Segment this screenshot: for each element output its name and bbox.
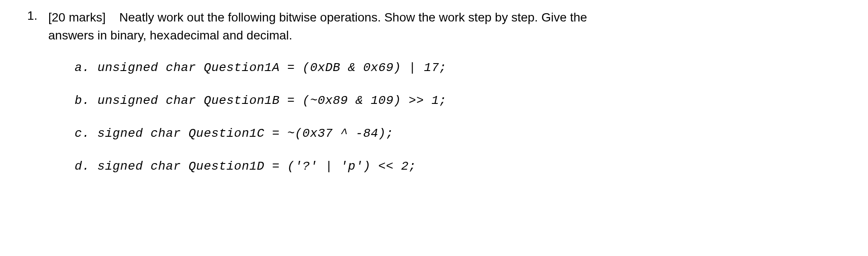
question-body: [20 marks] Neatly work out the following… bbox=[48, 9, 846, 192]
subquestion-c: c. signed char Question1C = ~(0x37 ^ -84… bbox=[75, 127, 846, 140]
question-number-text: 1. bbox=[27, 9, 37, 22]
subquestions-list: a. unsigned char Question1A = (0xDB & 0x… bbox=[48, 61, 846, 173]
question-intro-line1: Neatly work out the following bitwise op… bbox=[119, 11, 587, 24]
subquestion-d: d. signed char Question1D = ('?' | 'p') … bbox=[75, 160, 846, 173]
question-marks: [20 marks] bbox=[48, 11, 106, 24]
subquestion-b: b. unsigned char Question1B = (~0x89 & 1… bbox=[75, 94, 846, 107]
subquestion-a: a. unsigned char Question1A = (0xDB & 0x… bbox=[75, 61, 846, 75]
subquestion-code: signed char Question1D = ('?' | 'p') << … bbox=[97, 160, 416, 173]
question-intro: [20 marks] Neatly work out the following… bbox=[48, 9, 846, 44]
subquestion-label: c. bbox=[75, 127, 90, 140]
question-number: 1. bbox=[22, 9, 48, 23]
subquestion-label: d. bbox=[75, 160, 90, 173]
subquestion-label: a. bbox=[75, 61, 90, 75]
subquestion-label: b. bbox=[75, 94, 90, 107]
subquestion-code: unsigned char Question1B = (~0x89 & 109)… bbox=[97, 94, 447, 107]
subquestion-code: unsigned char Question1A = (0xDB & 0x69)… bbox=[97, 61, 447, 75]
intro-space bbox=[109, 11, 116, 24]
question-container: 1. [20 marks] Neatly work out the follow… bbox=[22, 9, 846, 192]
subquestion-code: signed char Question1C = ~(0x37 ^ -84); bbox=[97, 127, 394, 140]
question-intro-line2-part2: adecimal and decimal. bbox=[170, 28, 293, 42]
question-intro-line2-part1: answers in binary, hex bbox=[48, 28, 170, 42]
